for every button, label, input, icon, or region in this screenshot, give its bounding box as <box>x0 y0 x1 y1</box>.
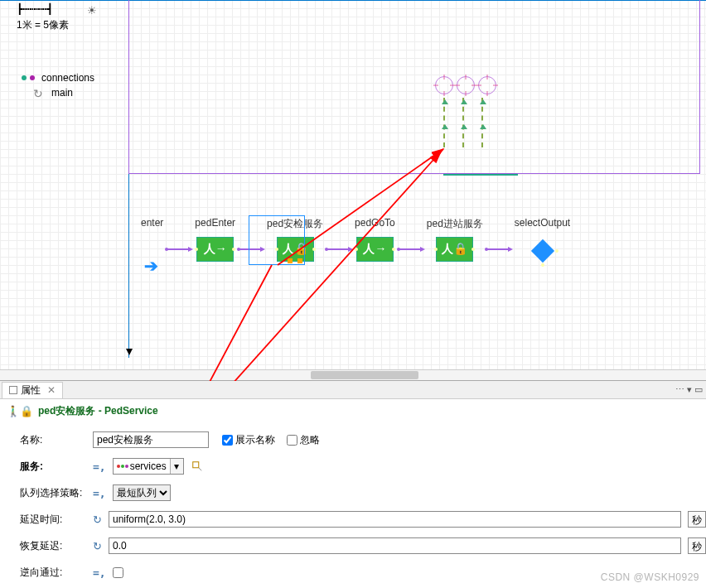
chevron-down-icon[interactable]: ▾ <box>170 459 183 474</box>
checkbox-show-name[interactable]: 展示名称 <box>222 433 275 447</box>
flow-block-pedGoTo[interactable]: pedGoTo 人→ <box>355 217 395 262</box>
properties-header: 🚶‍♂️🔒 ped安检服务 - PedService <box>0 399 706 423</box>
svg-rect-4 <box>192 462 198 468</box>
expression-toggle-icon[interactable]: =, <box>93 566 106 579</box>
ignore-checkbox[interactable] <box>287 435 297 446</box>
scrollbar-thumb[interactable] <box>311 371 418 379</box>
canvas-pane[interactable]: ┣┅┅┅┅┅┅┫ ☀ 1米 = 5像素 connections main ent… <box>0 0 706 381</box>
checkbox-ignore[interactable]: 忽略 <box>287 433 320 447</box>
scale-label: 1米 = 5像素 <box>17 18 124 32</box>
queue-policy-select[interactable]: 最短队列 <box>113 484 171 501</box>
selection-outline <box>249 215 305 265</box>
expression-toggle-icon[interactable]: =, <box>93 487 106 499</box>
label-reverse: 逆向通过: <box>20 566 86 580</box>
label-delay: 延迟时间: <box>20 513 86 527</box>
ruler-icon: ┣┅┅┅┅┅┅┫ <box>17 3 51 15</box>
row-name: 名称: 展示名称 忽略 <box>20 427 706 453</box>
flow-block-ped-station[interactable]: ped进站服务 人🔒 <box>427 217 483 262</box>
service-point-markers[interactable] <box>435 76 496 94</box>
label-name: 名称: <box>20 433 86 447</box>
ped-service-header-icon: 🚶‍♂️🔒 <box>7 405 33 417</box>
delay-input[interactable] <box>109 511 681 528</box>
target-icon[interactable] <box>457 76 475 94</box>
sun-icon: ☀ <box>87 4 97 17</box>
expression-toggle-icon[interactable]: =, <box>93 460 106 473</box>
row-services: 服务: =, services ▾ <box>20 453 706 480</box>
connector <box>486 248 511 250</box>
tab-label: 属性 <box>21 383 41 398</box>
connector <box>167 248 191 250</box>
watermark: CSDN @WSKH0929 <box>601 571 699 583</box>
properties-tabbar: 属性 ✕ ⋯ ▾ ▭ <box>0 381 706 399</box>
properties-body: 名称: 展示名称 忽略 服务: =, services ▾ 队列选择策略: =,… <box>0 423 706 586</box>
reverse-checkbox[interactable] <box>113 567 123 578</box>
close-icon[interactable]: ✕ <box>47 384 56 396</box>
target-icon[interactable] <box>478 76 496 94</box>
services-icon <box>117 465 128 468</box>
label-queue: 队列选择策略: <box>20 486 86 500</box>
tab-tools[interactable]: ⋯ ▾ ▭ <box>672 384 706 395</box>
recurse-icon <box>33 87 48 99</box>
flow-selectOutput[interactable]: selectOutput <box>515 217 570 262</box>
row-delay: 延迟时间: ↻ 秒 <box>20 506 706 533</box>
main-label: main <box>51 87 73 99</box>
ped-service-icon: 人🔒 <box>442 242 467 257</box>
ped-goto-icon: 人→ <box>363 242 386 257</box>
ped-enter-icon: 人→ <box>204 242 227 257</box>
dynamic-icon[interactable]: ↻ <box>93 540 102 552</box>
target-icon[interactable] <box>435 76 453 94</box>
enter-arrow-icon: ➔ <box>144 258 161 274</box>
tree-item-main[interactable]: main <box>17 87 124 99</box>
flow-block-pedEnter[interactable]: pedEnter 人→ <box>195 217 235 262</box>
label-recover: 恢复延迟: <box>20 539 86 553</box>
dynamic-icon[interactable]: ↻ <box>93 513 102 526</box>
row-recover: 恢复延迟: ↻ 秒 <box>20 533 706 559</box>
tree-item-connections[interactable]: connections <box>17 72 124 84</box>
connector <box>399 248 423 250</box>
properties-title: ped安检服务 - PedService <box>38 404 158 418</box>
connections-icon <box>22 74 38 82</box>
delay-unit[interactable]: 秒 <box>688 511 706 528</box>
flow-enter[interactable]: enter ➔ <box>141 217 163 274</box>
properties-icon <box>9 386 17 394</box>
services-combo[interactable]: services ▾ <box>113 458 184 475</box>
queue-lines <box>443 98 483 147</box>
service-line-bar <box>443 174 518 176</box>
connections-label: connections <box>41 72 94 84</box>
tab-properties[interactable]: 属性 ✕ <box>2 382 63 398</box>
process-flow: enter ➔ pedEnter 人→ ped安检服务 人🔒 pedGoTo 人… <box>141 217 570 274</box>
diamond-icon <box>530 239 554 262</box>
connector <box>326 248 351 250</box>
name-input[interactable] <box>93 431 209 448</box>
scale-ruler[interactable]: ┣┅┅┅┅┅┅┫ ☀ <box>17 3 124 15</box>
recover-input[interactable] <box>109 537 681 554</box>
model-tree: ┣┅┅┅┅┅┅┫ ☀ 1米 = 5像素 connections main <box>17 0 124 102</box>
locate-icon[interactable] <box>191 460 204 473</box>
horizontal-scrollbar[interactable] <box>0 369 706 380</box>
space-boundary <box>128 0 700 174</box>
recover-unit[interactable]: 秒 <box>688 537 706 554</box>
row-queue-policy: 队列选择策略: =, 最短队列 <box>20 480 706 506</box>
show-name-checkbox[interactable] <box>222 435 233 446</box>
label-services: 服务: <box>20 460 86 474</box>
